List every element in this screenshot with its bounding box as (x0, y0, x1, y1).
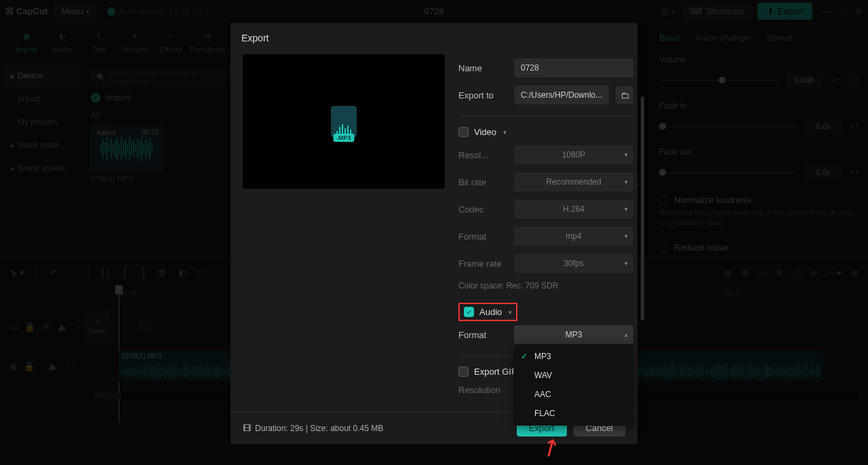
bitrate-dropdown[interactable]: Recommended▾ (514, 172, 633, 191)
folder-icon[interactable]: 🗀 (616, 86, 633, 104)
framerate-label: Frame rate (458, 259, 507, 269)
modal-title: Export (231, 23, 637, 48)
bitrate-label: Bit rate (458, 177, 507, 187)
video-checkbox[interactable] (458, 127, 469, 137)
name-input[interactable] (514, 58, 633, 77)
format-option-flac[interactable]: FLAC (514, 404, 633, 423)
mp3-tag: .MP3 (333, 134, 354, 142)
format-option-wav[interactable]: WAV (514, 366, 633, 385)
framerate-dropdown[interactable]: 30fps▾ (514, 254, 633, 273)
audio-section[interactable]: ✓ Audio▾ (458, 303, 517, 321)
export-preview: .MP3 (243, 54, 445, 189)
name-label: Name (458, 63, 507, 73)
mp3-file-icon: .MP3 (331, 106, 357, 137)
format-option-aac[interactable]: AAC (514, 385, 633, 404)
aformat-label: Format (458, 330, 507, 340)
video-section[interactable]: Video▾ (458, 123, 633, 141)
vformat-dropdown[interactable]: mp4▾ (514, 227, 633, 246)
audio-format-menu: MP3 WAV AAC FLAC (514, 344, 633, 426)
exportto-path: C:/Users/HP/Downlo... (514, 86, 609, 105)
export-modal: Export .MP3 Name Export to C:/Users/HP/D… (231, 23, 637, 444)
codec-label: Codec (458, 204, 507, 215)
exportto-label: Export to (458, 90, 507, 100)
audio-checkbox[interactable]: ✓ (464, 307, 474, 317)
modal-scrollbar[interactable] (641, 96, 644, 320)
resolution-dropdown[interactable]: 1080P▾ (514, 145, 633, 164)
vformat-label: Format (458, 231, 507, 242)
res-label: Resol... (458, 150, 507, 160)
codec-dropdown[interactable]: H.264▾ (514, 200, 633, 219)
audio-format-dropdown[interactable]: MP3▴ MP3 WAV AAC FLAC (514, 325, 633, 344)
export-info: 🎞 Duration: 29s | Size: about 0.45 MB (243, 424, 383, 433)
gif-res-label: Resolution (458, 385, 507, 395)
colorspace-label: Color space: Rec. 709 SDR (458, 277, 633, 291)
format-option-mp3[interactable]: MP3 (514, 347, 633, 366)
gif-checkbox[interactable] (458, 367, 469, 377)
